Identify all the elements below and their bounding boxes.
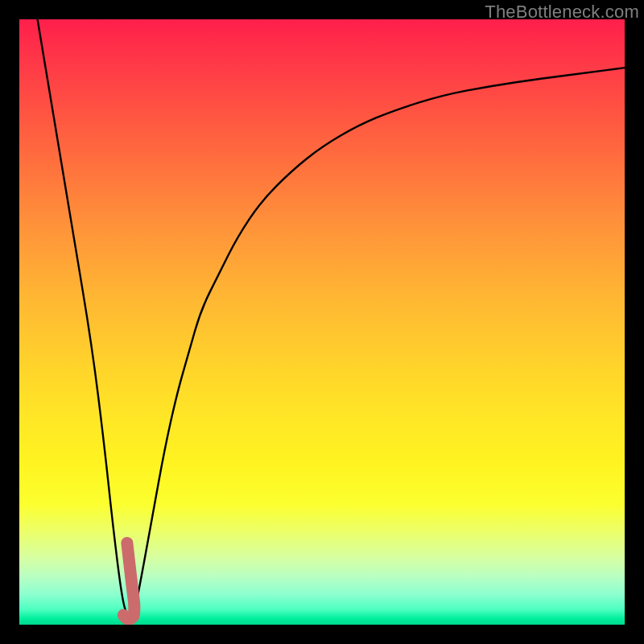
chart-svg bbox=[19, 19, 625, 625]
bottleneck-curve bbox=[38, 19, 625, 617]
chart-frame: TheBottleneck.com bbox=[0, 0, 644, 644]
watermark-text: TheBottleneck.com bbox=[485, 2, 639, 23]
chart-plot-area bbox=[19, 19, 625, 625]
